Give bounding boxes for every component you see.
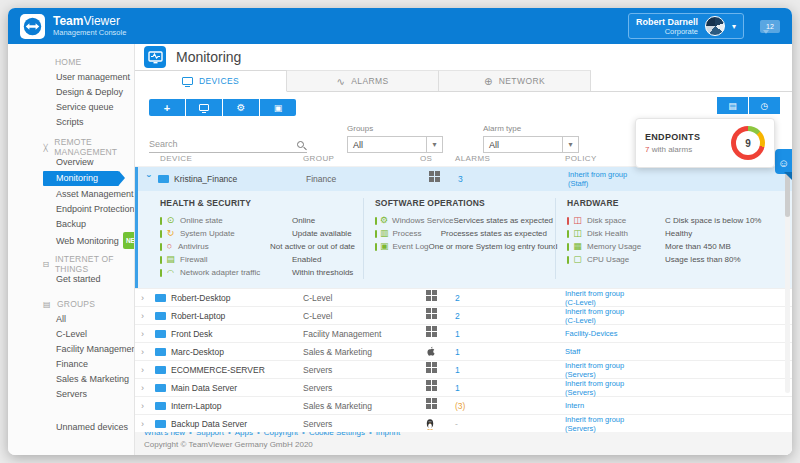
table-row-expanded[interactable]: Kristina_Finance Finance 3 Inherit from …	[138, 167, 792, 191]
sidebar-item-web-monitoring[interactable]: Web MonitoringNEW	[8, 232, 134, 247]
tab-network[interactable]: NETWORK	[439, 70, 591, 91]
chevron-right-icon[interactable]	[141, 329, 150, 339]
detail-row-process: ProcessProcesses states as expected	[375, 227, 547, 240]
device-name[interactable]: Backup Data Server	[171, 419, 247, 429]
column-device[interactable]: DEVICE	[135, 154, 303, 163]
policy-link[interactable]: Inherit from group	[568, 170, 792, 179]
teamviewer-logo-icon[interactable]	[20, 14, 45, 39]
device-name[interactable]: Front Desk	[171, 329, 213, 339]
policies-button[interactable]	[260, 99, 296, 116]
chevron-right-icon[interactable]	[141, 293, 150, 303]
policy-link-line2[interactable]: (C-Level)	[565, 316, 792, 325]
add-device-button[interactable]	[149, 99, 185, 116]
tab-alarms[interactable]: ALARMS	[287, 70, 439, 91]
brand-bold: Team	[53, 14, 83, 28]
vertical-scrollbar[interactable]	[785, 151, 790, 393]
sidebar-item-asset-management[interactable]: Asset Management	[8, 187, 134, 202]
alarms-count-link[interactable]: 2	[455, 311, 460, 321]
sidebar-item-service-queue[interactable]: Service queue	[8, 100, 134, 115]
table-row[interactable]: Front Desk Facility Management 1 Facilit…	[135, 324, 792, 342]
alarms-count-link[interactable]: 3	[458, 174, 463, 184]
windows-icon	[426, 362, 431, 367]
device-name[interactable]: Kristina_Finance	[174, 174, 237, 184]
alarms-count-link[interactable]: 2	[455, 293, 460, 303]
sidebar-item-user-management[interactable]: User management	[8, 70, 134, 85]
sidebar-item-group-sales-marketing[interactable]: Sales & Marketing	[8, 372, 134, 387]
alarms-count-link[interactable]: 1	[455, 365, 460, 375]
sidebar-item-unnamed-devices[interactable]: Unnamed devices	[8, 420, 134, 435]
devices-table: DEVICE GROUP OS ALARMS POLICY Kristina_F…	[135, 151, 792, 432]
table-row[interactable]: ECOMMERCE-SERVER Servers 1 Inherit from …	[135, 360, 792, 378]
table-row[interactable]: Intern-Laptop Sales & Marketing (3) Inte…	[135, 396, 792, 414]
alarms-count-link[interactable]: -	[455, 419, 458, 429]
alarms-count-link[interactable]: 1	[455, 347, 460, 357]
avatar[interactable]	[705, 16, 725, 36]
policy-link-line2[interactable]: (Servers)	[565, 388, 792, 397]
policy-link[interactable]: Inherit from group	[565, 379, 792, 388]
table-row[interactable]: Robert-Desktop C-Level 2 Inherit from gr…	[135, 288, 792, 306]
device-monitor-icon	[155, 402, 166, 410]
alarms-count-link[interactable]: 1	[455, 383, 460, 393]
device-name[interactable]: Marc-Desktop	[171, 347, 224, 357]
report-button[interactable]	[717, 97, 748, 114]
sidebar-item-group-facility-management[interactable]: Facility Management	[8, 342, 134, 357]
device-name[interactable]: Robert-Desktop	[171, 293, 231, 303]
policy-link-line2[interactable]: (Staff)	[568, 179, 792, 188]
policy-link[interactable]: Inherit from group	[565, 415, 792, 424]
sidebar-item-get-started[interactable]: Get started	[8, 272, 134, 287]
sidebar-item-group-finance[interactable]: Finance	[8, 357, 134, 372]
sidebar-item-endpoint-protection[interactable]: Endpoint Protection	[8, 202, 134, 217]
table-row[interactable]: Robert-Laptop C-Level 2 Inherit from gro…	[135, 306, 792, 324]
chevron-right-icon[interactable]	[141, 419, 150, 429]
alarms-count-link[interactable]: (3)	[455, 401, 465, 411]
policy-link[interactable]: Inherit from group	[565, 307, 792, 316]
notifications-chat-icon[interactable]: 12	[760, 20, 780, 33]
chevron-right-icon[interactable]	[141, 401, 150, 411]
disk-health-icon	[572, 229, 583, 238]
remote-management-icon	[42, 143, 49, 152]
device-name[interactable]: ECOMMERCE-SERVER	[171, 365, 265, 375]
table-row[interactable]: Backup Data Server Servers - Inherit fro…	[135, 414, 792, 432]
column-group[interactable]: GROUP	[303, 154, 420, 163]
policy-link[interactable]: Staff	[565, 347, 792, 356]
policy-link[interactable]: Inherit from group	[565, 289, 792, 298]
policy-link-line2[interactable]: (C-Level)	[565, 298, 792, 307]
policy-link-line2[interactable]: (Servers)	[565, 424, 792, 433]
alarms-count-link[interactable]: 1	[455, 329, 460, 339]
sidebar-item-backup[interactable]: Backup	[8, 217, 134, 232]
device-name[interactable]: Main Data Server	[171, 383, 237, 393]
chevron-right-icon[interactable]	[141, 311, 150, 321]
sidebar-item-monitoring[interactable]: Monitoring	[43, 171, 119, 186]
monitor-icon	[199, 104, 209, 111]
table-row[interactable]: Main Data Server Servers 1 Inherit from …	[135, 378, 792, 396]
alarm-type-filter-label: Alarm type	[483, 124, 579, 133]
history-button[interactable]	[749, 97, 780, 114]
column-os[interactable]: OS	[420, 154, 455, 163]
policy-link[interactable]: Intern	[565, 401, 792, 410]
chevron-right-icon[interactable]	[141, 347, 150, 357]
feedback-tab[interactable]	[775, 149, 792, 174]
sidebar-item-group-servers[interactable]: Servers	[8, 387, 134, 402]
settings-button[interactable]	[223, 99, 259, 116]
sidebar-item-group-c-level[interactable]: C-Level	[8, 327, 134, 342]
policy-link[interactable]: Inherit from group	[565, 361, 792, 370]
policy-link-line2[interactable]: (Servers)	[565, 370, 792, 379]
brand-text: TeamViewer Management Console	[53, 15, 126, 37]
device-name[interactable]: Intern-Laptop	[171, 401, 222, 411]
table-row[interactable]: Marc-Desktop Sales & Marketing 1 Staff	[135, 342, 792, 360]
chevron-right-icon[interactable]	[141, 383, 150, 393]
device-name[interactable]: Robert-Laptop	[171, 311, 225, 321]
chevron-down-icon[interactable]	[144, 175, 154, 184]
policy-link[interactable]: Facility-Devices	[565, 329, 792, 338]
tab-devices[interactable]: DEVICES	[135, 70, 287, 92]
column-alarms[interactable]: ALARMS	[455, 154, 565, 163]
sidebar-item-design-deploy[interactable]: Design & Deploy	[8, 85, 134, 100]
sidebar-item-group-all[interactable]: All	[8, 312, 134, 327]
sidebar-item-scripts[interactable]: Scripts	[8, 115, 134, 130]
devices-view-button[interactable]	[186, 99, 222, 116]
user-menu[interactable]: Robert Darnell Corporate	[628, 13, 744, 39]
chevron-right-icon[interactable]	[141, 365, 150, 375]
sidebar-item-overview[interactable]: Overview	[8, 155, 134, 170]
device-monitor-icon	[155, 330, 166, 338]
device-monitor-icon	[155, 348, 166, 356]
